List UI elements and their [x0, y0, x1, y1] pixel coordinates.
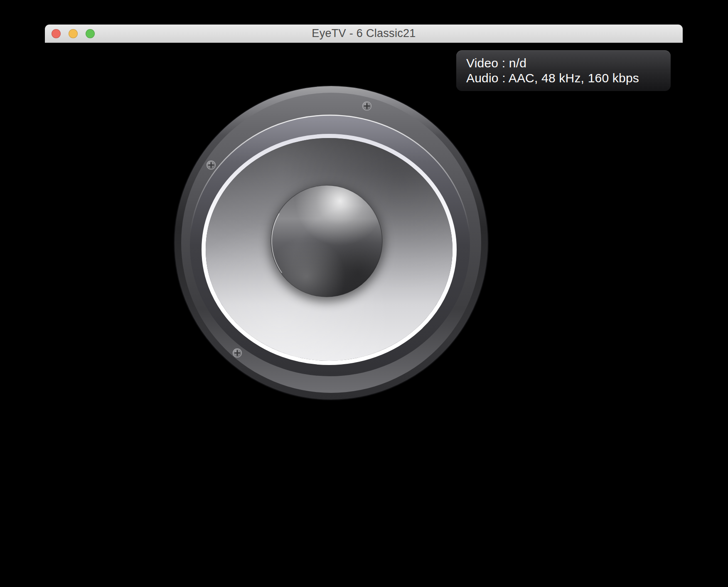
speaker-dust-cap: [269, 185, 384, 302]
phillips-screw-icon: [363, 102, 371, 111]
video-info: Video : n/d: [466, 56, 661, 71]
phillips-screw-icon: [233, 349, 242, 358]
phillips-screw-icon: [207, 161, 216, 170]
desktop: EyeTV - 6 Classic21: [0, 0, 728, 587]
stream-info-overlay: Video : n/d Audio : AAC, 48 kHz, 160 kbp…: [456, 50, 671, 91]
video-area[interactable]: Video : n/d Audio : AAC, 48 kHz, 160 kbp…: [45, 43, 683, 565]
audio-info: Audio : AAC, 48 kHz, 160 kbps: [466, 71, 661, 86]
